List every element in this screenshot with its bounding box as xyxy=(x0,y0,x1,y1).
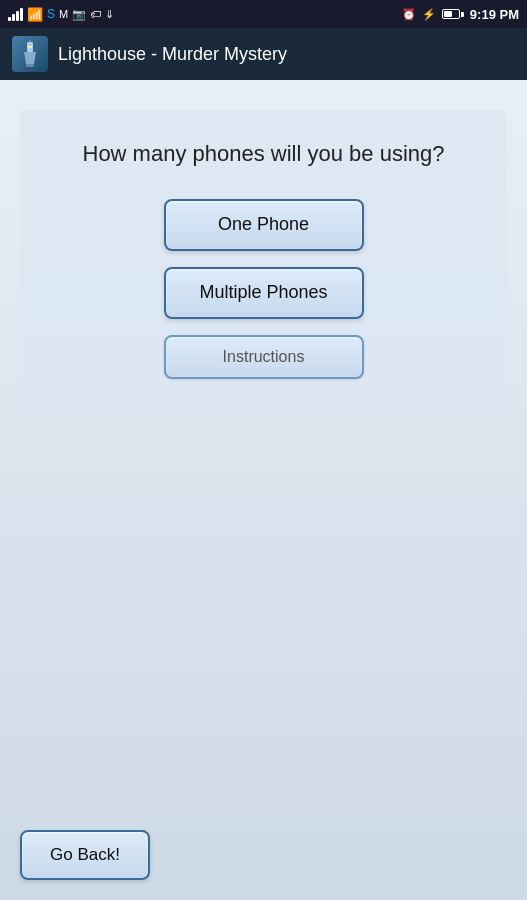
signal-icon xyxy=(8,7,23,21)
one-phone-button[interactable]: One Phone xyxy=(164,199,364,251)
question-card: How many phones will you be using? One P… xyxy=(20,110,507,419)
battery-charging-icon: ⚡ xyxy=(422,8,436,21)
question-text: How many phones will you be using? xyxy=(83,140,445,169)
status-time: 9:19 PM xyxy=(470,7,519,22)
battery-icon xyxy=(442,9,464,19)
wifi-icon: 📶 xyxy=(27,7,43,22)
app-title: Lighthouse - Murder Mystery xyxy=(58,44,287,65)
title-bar: Lighthouse - Murder Mystery xyxy=(0,28,527,80)
status-icons-right: ⏰ ⚡ 9:19 PM xyxy=(402,7,519,22)
instructions-button[interactable]: Instructions xyxy=(164,335,364,379)
bottom-bar: Go Back! xyxy=(20,830,150,880)
svg-rect-3 xyxy=(28,46,32,48)
skype-icon: S xyxy=(47,7,55,21)
go-back-button[interactable]: Go Back! xyxy=(20,830,150,880)
main-content: How many phones will you be using? One P… xyxy=(0,80,527,900)
app-icon xyxy=(12,36,48,72)
gmail-icon: M xyxy=(59,8,68,20)
status-icons-left: 📶 S M 📷 🏷 ⇓ xyxy=(8,7,114,22)
tag-icon: 🏷 xyxy=(90,8,101,20)
alarm-icon: ⏰ xyxy=(402,8,416,21)
svg-rect-2 xyxy=(26,64,34,67)
camera-icon: 📷 xyxy=(72,8,86,21)
download-icon: ⇓ xyxy=(105,8,114,21)
multiple-phones-button[interactable]: Multiple Phones xyxy=(164,267,364,319)
svg-marker-1 xyxy=(24,52,36,64)
status-bar: 📶 S M 📷 🏷 ⇓ ⏰ ⚡ 9:19 PM xyxy=(0,0,527,28)
